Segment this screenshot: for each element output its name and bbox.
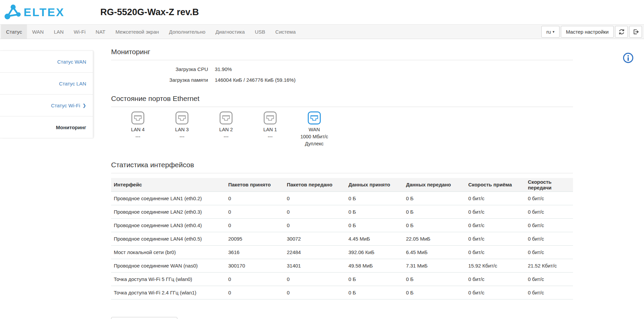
port-status-line: --- — [160, 133, 204, 140]
refresh-button[interactable] — [615, 26, 628, 38]
ethernet-ports: LAN 4 --- LAN 3 --- — [111, 107, 573, 152]
sidebar-item[interactable]: Статус WAN — [0, 50, 93, 72]
cell-interface: Мост локальной сети (br0) — [111, 245, 226, 259]
cell-rx-packets: 0 — [226, 286, 284, 299]
cell-rx-packets: 3616 — [226, 245, 284, 259]
caret-down-icon: ▾ — [552, 30, 554, 34]
nav-tab[interactable]: Дополнительно — [164, 25, 210, 39]
statistics-column-header: Данных передано — [403, 178, 466, 191]
logout-icon — [633, 29, 639, 35]
statistics-row: Проводное соединение LAN3 (eth0.4) 0 0 0… — [111, 218, 573, 232]
cell-tx-packets: 0 — [284, 286, 346, 299]
cell-interface: Проводное соединение LAN1 (eth0.2) — [111, 191, 226, 205]
port-name: LAN 1 — [248, 126, 292, 133]
language-dropdown[interactable]: ru ▾ — [541, 26, 560, 38]
logout-button[interactable] — [629, 26, 642, 38]
port-duplex-line: Дуплекс — [292, 140, 336, 147]
cell-interface: Проводное соединение LAN4 (eth0.5) — [111, 232, 226, 245]
ethernet-port: LAN 4 --- — [116, 111, 160, 147]
cell-tx-packets: 0 — [284, 272, 346, 286]
nav-tab[interactable]: LAN — [49, 25, 69, 39]
statistics-column-header: Данных принято — [346, 178, 403, 191]
statistics-table: Интерфейс Пакетов принято Пакетов переда… — [111, 178, 573, 299]
nav-tab[interactable]: Система — [270, 25, 301, 39]
ethernet-port: WAN 1000 Мбит/с Дуплекс — [292, 111, 336, 147]
nav-tabs: Статус WAN LAN Wi-Fi NAT Межсетевой экра… — [1, 25, 301, 39]
sidebar-item[interactable]: Мониторинг — [0, 116, 93, 138]
port-status-line: --- — [116, 133, 160, 140]
rj45-port-icon — [307, 111, 321, 125]
help-info-button[interactable] — [622, 52, 634, 65]
nav-tab[interactable]: Диагностика — [210, 25, 250, 39]
nav-tab-label: Статус — [6, 29, 22, 35]
port-status-line: 1000 Мбит/с — [292, 133, 336, 140]
cell-tx-data: 0 Б — [403, 191, 466, 205]
cell-rx-data: 49.58 МиБ — [346, 259, 403, 272]
nav-tab-label: Дополнительно — [169, 29, 205, 35]
ethernet-ports-heading: Состояние портов Ethernet — [111, 95, 573, 107]
eltex-logo-icon — [4, 3, 22, 21]
cell-tx-data: 22.05 МиБ — [403, 232, 466, 245]
cell-tx-speed: 0 бит/с — [525, 245, 573, 259]
cell-rx-data: 0 Б — [346, 191, 403, 205]
monitoring-form: Загрузка CPU 31.90% Загрузка памяти 1460… — [111, 64, 573, 85]
device-title: RG-5520G-Wax-Z rev.B — [100, 7, 199, 17]
cell-tx-speed: 21.52 Кбит/с — [525, 259, 573, 272]
setup-wizard-label: Мастер настройки — [566, 29, 609, 35]
cell-tx-speed: 0 бит/с — [525, 205, 573, 218]
cell-rx-speed: 0 бит/с — [466, 245, 525, 259]
nav-tab[interactable]: NAT — [91, 25, 110, 39]
cell-rx-speed: 0 бит/с — [466, 286, 525, 299]
info-icon — [622, 52, 634, 64]
cell-tx-data: 0 Б — [403, 286, 466, 299]
chevron-right-icon: ❯ — [82, 103, 86, 108]
cell-tx-data: 0 Б — [403, 205, 466, 218]
setup-wizard-button[interactable]: Мастер настройки — [561, 26, 614, 38]
nav-tab[interactable]: Межсетевой экран — [110, 25, 164, 39]
cell-interface: Проводное соединение WAN (nas0) — [111, 259, 226, 272]
nav-tab[interactable]: USB — [250, 25, 270, 39]
cell-interface: Проводное соединение LAN3 (eth0.4) — [111, 218, 226, 232]
statistics-row: Проводное соединение LAN2 (eth0.3) 0 0 0… — [111, 205, 573, 218]
cpu-load-value: 31.90% — [215, 66, 232, 72]
cell-rx-data: 392.06 КиБ — [346, 245, 403, 259]
port-name: WAN — [292, 126, 336, 133]
ethernet-port: LAN 2 --- — [204, 111, 248, 147]
logo-text: ELTEX — [24, 6, 65, 19]
cell-interface: Точка доступа Wi-Fi 2.4 ГГц (wlan1) — [111, 286, 226, 299]
cell-rx-speed: 0 бит/с — [466, 272, 525, 286]
cell-rx-packets: 0 — [226, 272, 284, 286]
rj45-port-icon — [131, 111, 145, 125]
nav-tab-label: NAT — [96, 29, 105, 35]
memory-load-value: 146004 КиБ / 246776 КиБ (59.16%) — [215, 77, 296, 83]
cell-rx-speed: 0 бит/с — [466, 205, 525, 218]
statistics-row: Мост локальной сети (br0) 3616 22484 392… — [111, 245, 573, 259]
nav-tab[interactable]: Статус — [1, 25, 27, 39]
eltex-logo: ELTEX — [4, 3, 65, 21]
statistics-table-body: Проводное соединение LAN1 (eth0.2) 0 0 0… — [111, 191, 573, 299]
ethernet-port: LAN 3 --- — [160, 111, 204, 147]
cell-rx-speed: 0 бит/с — [466, 218, 525, 232]
port-status-line: --- — [248, 133, 292, 140]
sidebar: Статус WAN Статус LAN Статус Wi-Fi ❯ Мон… — [0, 50, 93, 138]
rj45-port-icon — [175, 111, 189, 125]
statistics-column-header: Пакетов передано — [284, 178, 346, 191]
cell-rx-data: 0 Б — [346, 272, 403, 286]
app-header: ELTEX RG-5520G-Wax-Z rev.B — [0, 0, 644, 24]
cell-rx-speed: 15.92 Кбит/с — [466, 259, 525, 272]
sidebar-item-label: Мониторинг — [56, 125, 86, 130]
sidebar-item-label: Статус LAN — [59, 81, 86, 86]
sidebar-item[interactable]: Статус LAN — [0, 72, 93, 94]
cell-rx-packets: 20095 — [226, 232, 284, 245]
statistics-row: Точка доступа Wi-Fi 2.4 ГГц (wlan1) 0 0 … — [111, 286, 573, 299]
sidebar-item[interactable]: Статус Wi-Fi ❯ — [0, 94, 93, 116]
cell-rx-speed: 0 бит/с — [466, 191, 525, 205]
nav-tab[interactable]: Wi-Fi — [69, 25, 91, 39]
nav-tab-label: WAN — [32, 29, 43, 35]
statistics-table-wrap: Интерфейс Пакетов принято Пакетов переда… — [111, 178, 573, 299]
nav-tab[interactable]: WAN — [27, 25, 48, 39]
cell-tx-speed: 0 бит/с — [525, 218, 573, 232]
statistics-row: Проводное соединение LAN1 (eth0.2) 0 0 0… — [111, 191, 573, 205]
cell-rx-packets: 300170 — [226, 259, 284, 272]
clear-statistics-button[interactable]: ✕ Очистить статистику — [111, 317, 177, 319]
